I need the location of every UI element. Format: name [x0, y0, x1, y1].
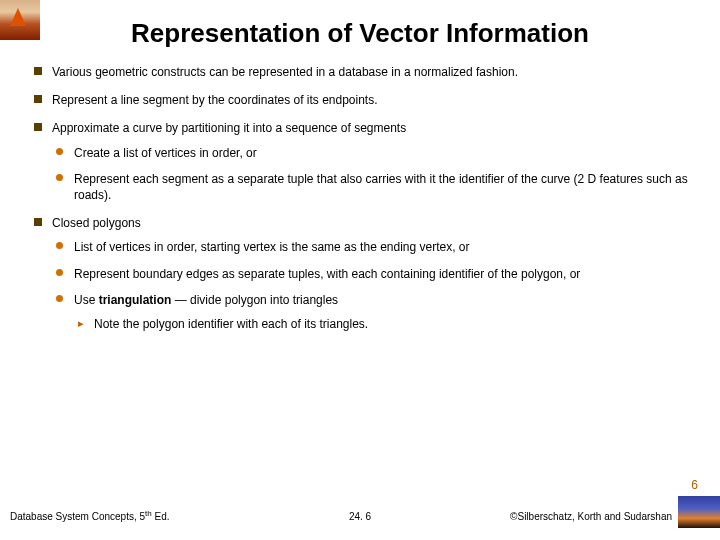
- slide-title: Representation of Vector Information: [0, 18, 720, 49]
- bullet-text-post: — divide polygon into triangles: [171, 293, 338, 307]
- bullet-text: Represent a line segment by the coordina…: [52, 93, 378, 107]
- sub-bullet-item: Represent boundary edges as separate tup…: [52, 266, 700, 282]
- slide: Representation of Vector Information Var…: [0, 0, 720, 540]
- sub-bullet-item: Represent each segment as a separate tup…: [52, 171, 700, 203]
- bold-term: triangulation: [99, 293, 172, 307]
- bullet-text: Create a list of vertices in order, or: [74, 146, 257, 160]
- sub-bullet-item: Use triangulation — divide polygon into …: [52, 292, 700, 332]
- bullet-text: Various geometric constructs can be repr…: [52, 65, 518, 79]
- footer-right: ©Silberschatz, Korth and Sudarshan: [510, 511, 672, 522]
- bullet-item: Approximate a curve by partitioning it i…: [30, 120, 700, 203]
- footer-image: [678, 496, 720, 528]
- bullet-text: Note the polygon identifier with each of…: [94, 317, 368, 331]
- bullet-text: List of vertices in order, starting vert…: [74, 240, 470, 254]
- bullet-item: Closed polygons List of vertices in orde…: [30, 215, 700, 332]
- page-number-badge: 6: [691, 478, 698, 492]
- bullet-text: Closed polygons: [52, 216, 141, 230]
- sub-bullet-item: List of vertices in order, starting vert…: [52, 239, 700, 255]
- bullet-text: Approximate a curve by partitioning it i…: [52, 121, 406, 135]
- sub-bullet-item: Create a list of vertices in order, or: [52, 145, 700, 161]
- bullet-text: Represent boundary edges as separate tup…: [74, 267, 580, 281]
- bullet-item: Represent a line segment by the coordina…: [30, 92, 700, 108]
- bullet-text: Represent each segment as a separate tup…: [74, 172, 688, 202]
- footer: Database System Concepts, 5th Ed. 24. 6 …: [0, 500, 720, 528]
- sub-sub-bullet-item: Note the polygon identifier with each of…: [74, 316, 700, 332]
- bullet-text-pre: Use: [74, 293, 99, 307]
- slide-body: Various geometric constructs can be repr…: [30, 64, 700, 344]
- bullet-item: Various geometric constructs can be repr…: [30, 64, 700, 80]
